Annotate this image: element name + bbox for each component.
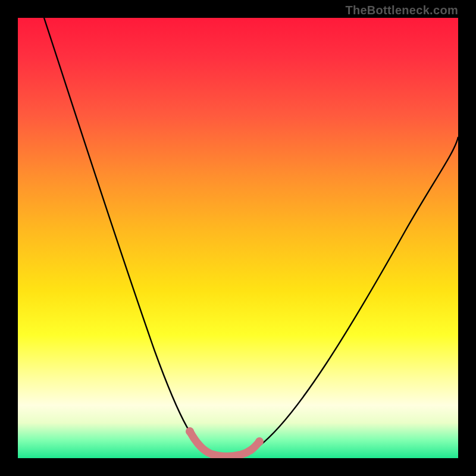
highlight-dot-right (255, 437, 264, 446)
highlight-dot-left (186, 427, 194, 436)
curve-layer (18, 18, 458, 458)
highlight-dot-mid1 (208, 450, 215, 458)
attribution-label: TheBottleneck.com (345, 4, 458, 17)
bottleneck-curve (44, 18, 458, 456)
chart-frame: TheBottleneck.com (0, 0, 476, 476)
plot-area (18, 18, 458, 458)
highlight-dot-mid3 (245, 447, 252, 455)
